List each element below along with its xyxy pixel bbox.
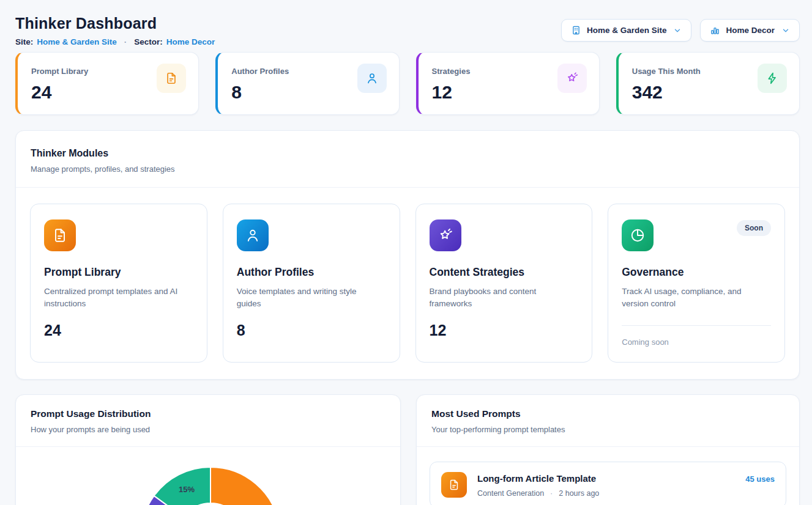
dot-separator: · — [124, 37, 127, 46]
dashboard-page: Thinker Dashboard Site: Home & Garden Si… — [0, 0, 812, 505]
pie-chart-icon — [622, 219, 654, 251]
chevron-down-icon — [673, 26, 682, 35]
stat-card-strategies: Strategies12 — [416, 52, 600, 115]
site-selector-dropdown[interactable]: Home & Garden Site — [561, 19, 692, 42]
bottom-row: Prompt Usage Distribution How your promp… — [15, 394, 800, 505]
card-subtitle: Your top-performing prompt templates — [431, 425, 784, 434]
sector-link[interactable]: Home Decor — [166, 37, 215, 46]
document-icon — [441, 472, 467, 498]
sector-selector-label: Home Decor — [726, 26, 775, 35]
module-description: Centralized prompt templates and AI inst… — [44, 286, 188, 311]
breadcrumb: Site: Home & Garden Site · Sector: Home … — [15, 37, 215, 46]
module-count: 24 — [44, 322, 193, 339]
panel-header: Thinker Modules Manage prompts, profiles… — [16, 131, 799, 188]
dot-separator: · — [550, 489, 553, 498]
page-title: Thinker Dashboard — [15, 15, 215, 32]
stat-card-prompt-library: Prompt Library24 — [15, 52, 199, 115]
coming-soon-text: Coming soon — [622, 325, 771, 347]
module-title: Governance — [622, 266, 771, 279]
stat-label: Strategies — [432, 67, 471, 76]
usage-distribution-card: Prompt Usage Distribution How your promp… — [15, 394, 401, 505]
site-label: Site: — [15, 37, 33, 46]
sector-selector-dropdown[interactable]: Home Decor — [700, 19, 800, 42]
stat-value: 342 — [632, 82, 701, 103]
module-description: Track AI usage, compliance, and version … — [622, 286, 765, 311]
chart-area: 15% — [16, 447, 400, 505]
stat-value: 24 — [31, 82, 88, 103]
user-icon — [237, 219, 269, 251]
module-card-author-profiles[interactable]: Author Profiles Voice templates and writ… — [223, 204, 400, 363]
module-count: 8 — [237, 322, 386, 339]
header-left: Thinker Dashboard Site: Home & Garden Si… — [15, 15, 215, 46]
prompt-time: 2 hours ago — [559, 489, 599, 498]
stat-label: Author Profiles — [231, 67, 289, 76]
sparkle-star-icon — [557, 64, 587, 93]
stat-cards-row: Prompt Library24 Author Profiles8 Strate… — [15, 52, 800, 115]
card-title: Most Used Prompts — [431, 408, 784, 419]
header-selectors: Home & Garden Site Home Decor — [561, 19, 800, 42]
stat-label: Prompt Library — [31, 67, 88, 76]
panel-title: Thinker Modules — [31, 148, 784, 159]
bar-chart-icon — [710, 25, 720, 35]
donut-segment-label: 15% — [179, 485, 195, 494]
module-title: Author Profiles — [237, 266, 386, 279]
sparkle-star-icon — [430, 219, 461, 251]
card-subtitle: How your prompts are being used — [31, 425, 386, 434]
prompt-list: Long-form Article Template Content Gener… — [417, 447, 799, 505]
module-description: Brand playbooks and content frameworks — [430, 286, 573, 311]
document-icon — [44, 219, 76, 251]
module-title: Content Strategies — [430, 266, 579, 279]
stat-label: Usage This Month — [632, 67, 701, 76]
module-title: Prompt Library — [44, 266, 193, 279]
prompt-meta: Content Generation · 2 hours ago — [477, 489, 599, 498]
usage-donut-chart: 15% — [16, 447, 401, 505]
donut-segment — [210, 467, 280, 505]
site-link[interactable]: Home & Garden Site — [37, 37, 117, 46]
module-card-governance[interactable]: Soon Governance Track AI usage, complian… — [608, 204, 785, 363]
module-card-content-strategies[interactable]: Content Strategies Brand playbooks and c… — [415, 204, 593, 363]
card-header: Prompt Usage Distribution How your promp… — [16, 395, 400, 447]
module-cards-grid: Prompt Library Centralized prompt templa… — [16, 188, 799, 379]
user-icon — [357, 64, 387, 93]
module-description: Voice templates and writing style guides — [237, 286, 381, 311]
site-selector-label: Home & Garden Site — [587, 26, 667, 35]
stat-value: 12 — [432, 82, 471, 103]
prompt-title: Long-form Article Template — [477, 473, 599, 484]
stat-card-usage: Usage This Month342 — [616, 52, 800, 115]
card-header: Most Used Prompts Your top-performing pr… — [417, 395, 799, 447]
module-card-prompt-library[interactable]: Prompt Library Centralized prompt templa… — [30, 204, 207, 363]
chevron-down-icon — [781, 26, 790, 35]
building-icon — [571, 25, 581, 35]
document-icon — [157, 64, 186, 93]
header: Thinker Dashboard Site: Home & Garden Si… — [15, 15, 800, 46]
prompt-uses-count: 45 uses — [745, 474, 775, 484]
card-title: Prompt Usage Distribution — [31, 408, 386, 419]
stat-card-author-profiles: Author Profiles8 — [215, 52, 399, 115]
stat-value: 8 — [231, 82, 289, 103]
prompt-category: Content Generation — [477, 489, 544, 498]
module-count: 12 — [430, 322, 579, 339]
thinker-modules-panel: Thinker Modules Manage prompts, profiles… — [15, 130, 800, 380]
sector-label: Sector: — [134, 37, 163, 46]
lightning-icon — [758, 64, 787, 93]
panel-subtitle: Manage prompts, profiles, and strategies — [31, 164, 784, 174]
soon-badge: Soon — [737, 220, 771, 236]
most-used-prompts-card: Most Used Prompts Your top-performing pr… — [416, 394, 800, 505]
list-item-prompt[interactable]: Long-form Article Template Content Gener… — [430, 462, 786, 505]
